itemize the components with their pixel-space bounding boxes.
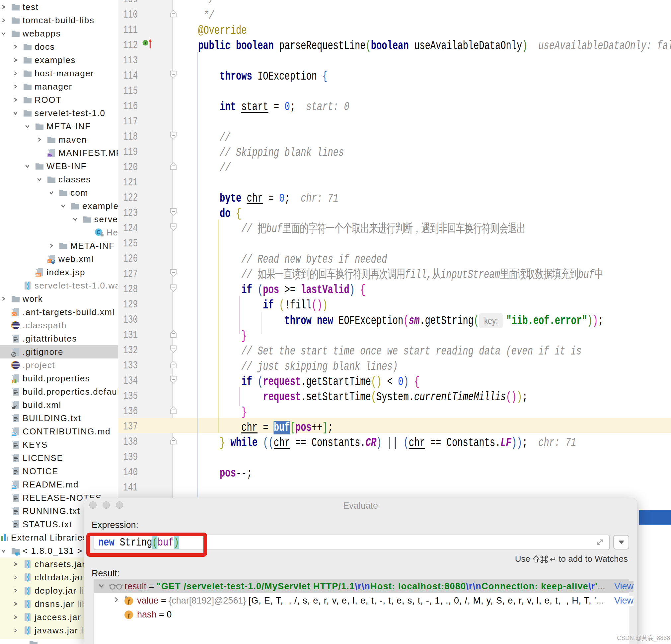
- svg-text:MF: MF: [48, 154, 52, 157]
- svg-text:<>: <>: [12, 312, 16, 317]
- svg-text:MD: MD: [12, 432, 17, 436]
- svg-text:C: C: [97, 230, 101, 235]
- svg-text:<: <: [49, 259, 50, 263]
- svg-text:I: I: [145, 41, 146, 46]
- svg-text:JSP: JSP: [36, 273, 42, 276]
- svg-text:MD: MD: [12, 485, 17, 489]
